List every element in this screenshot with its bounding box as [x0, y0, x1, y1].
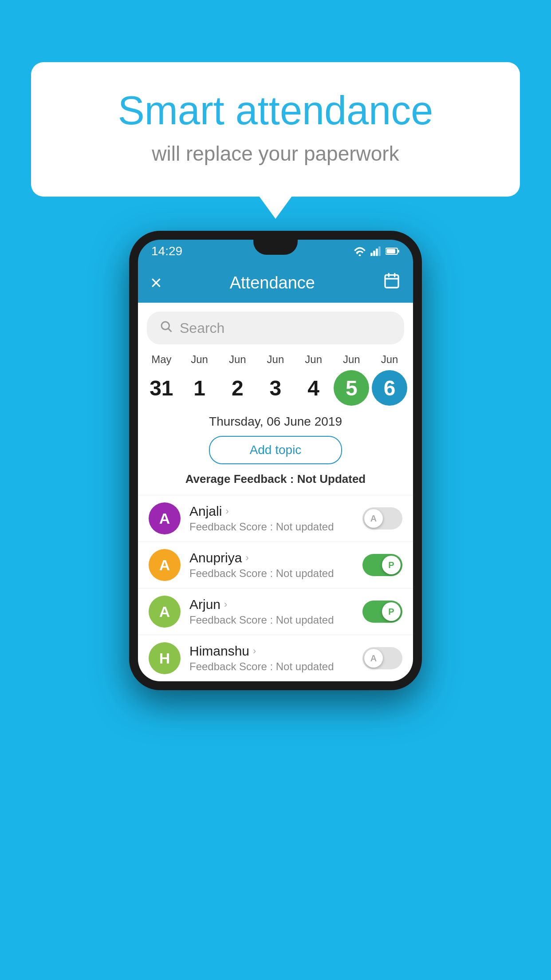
toggle-knob: P: [382, 556, 401, 574]
avatar: A: [149, 502, 181, 534]
student-info: Anjali ›Feedback Score : Not updated: [189, 504, 354, 533]
close-button[interactable]: ×: [150, 272, 162, 294]
screen-content: Search May31Jun1Jun2Jun3Jun4Jun5Jun6 Thu…: [138, 303, 413, 681]
student-feedback: Feedback Score : Not updated: [189, 521, 354, 533]
avg-feedback-value: Not Updated: [297, 472, 366, 486]
student-list: AAnjali ›Feedback Score : Not updatedAAA…: [138, 495, 413, 681]
date-month: Jun: [305, 353, 322, 366]
student-info: Arjun ›Feedback Score : Not updated: [189, 597, 354, 626]
toggle-knob: A: [364, 509, 383, 528]
attendance-toggle[interactable]: P: [362, 554, 402, 576]
search-placeholder: Search: [180, 320, 224, 336]
battery-icon: [386, 247, 400, 256]
date-col[interactable]: Jun2: [220, 353, 255, 406]
svg-rect-6: [398, 250, 399, 253]
avatar: A: [149, 596, 181, 628]
student-feedback: Feedback Score : Not updated: [189, 660, 354, 673]
date-number[interactable]: 3: [258, 370, 293, 406]
date-number[interactable]: 5: [334, 370, 369, 406]
date-month: Jun: [191, 353, 208, 366]
bubble-subtitle: will replace your paperwork: [67, 142, 484, 166]
student-row[interactable]: AArjun ›Feedback Score : Not updatedP: [138, 588, 413, 635]
student-row[interactable]: HHimanshu ›Feedback Score : Not updatedA: [138, 635, 413, 681]
attendance-toggle[interactable]: P: [362, 601, 402, 623]
student-feedback: Feedback Score : Not updated: [189, 614, 354, 626]
avatar: A: [149, 549, 181, 581]
search-icon: [159, 320, 173, 336]
add-topic-button[interactable]: Add topic: [209, 436, 342, 464]
date-col[interactable]: Jun1: [182, 353, 217, 406]
svg-rect-1: [370, 253, 373, 256]
date-number[interactable]: 6: [372, 370, 407, 406]
chevron-icon: ›: [224, 599, 227, 610]
toggle-knob: P: [382, 602, 401, 621]
avg-feedback-label: Average Feedback :: [185, 472, 294, 486]
status-icons: [354, 246, 400, 256]
phone-mockup: 14:29: [129, 231, 422, 690]
svg-rect-7: [386, 249, 395, 253]
svg-rect-4: [378, 246, 381, 256]
svg-rect-3: [376, 249, 378, 256]
background: Smart attendance will replace your paper…: [0, 0, 551, 980]
chevron-icon: ›: [253, 645, 256, 657]
avg-feedback: Average Feedback : Not Updated: [138, 472, 413, 486]
speech-bubble-container: Smart attendance will replace your paper…: [31, 62, 520, 197]
chevron-icon: ›: [245, 552, 248, 564]
student-row[interactable]: AAnjali ›Feedback Score : Not updatedA: [138, 495, 413, 541]
signal-icon: [370, 246, 381, 256]
toggle-wrap[interactable]: P: [362, 601, 402, 623]
calendar-button[interactable]: [383, 272, 401, 294]
date-month: May: [151, 353, 171, 366]
notch: [253, 240, 298, 255]
date-month: Jun: [229, 353, 246, 366]
student-name: Anupriya ›: [189, 550, 354, 565]
date-row: May31Jun1Jun2Jun3Jun4Jun5Jun6: [138, 353, 413, 406]
date-month: Jun: [267, 353, 284, 366]
avatar: H: [149, 642, 181, 674]
student-info: Himanshu ›Feedback Score : Not updated: [189, 644, 354, 673]
date-number[interactable]: 31: [144, 370, 179, 406]
app-bar: × Attendance: [138, 263, 413, 303]
date-col[interactable]: May31: [144, 353, 179, 406]
status-time: 14:29: [151, 244, 182, 258]
date-col[interactable]: Jun3: [258, 353, 293, 406]
date-col[interactable]: Jun4: [296, 353, 331, 406]
date-col[interactable]: Jun6: [372, 353, 407, 406]
date-number[interactable]: 4: [296, 370, 331, 406]
bubble-title: Smart attendance: [67, 89, 484, 133]
phone-outer: 14:29: [129, 231, 422, 690]
student-feedback: Feedback Score : Not updated: [189, 567, 354, 580]
chevron-icon: ›: [225, 506, 228, 517]
student-row[interactable]: AAnupriya ›Feedback Score : Not updatedP: [138, 541, 413, 588]
attendance-toggle[interactable]: A: [362, 507, 402, 530]
selected-date-label: Thursday, 06 June 2019: [138, 415, 413, 429]
date-col[interactable]: Jun5: [334, 353, 369, 406]
date-number[interactable]: 2: [220, 370, 255, 406]
student-name: Arjun ›: [189, 597, 354, 612]
student-name: Himanshu ›: [189, 644, 354, 659]
svg-point-0: [359, 254, 361, 256]
date-number[interactable]: 1: [182, 370, 217, 406]
svg-rect-2: [373, 251, 375, 256]
toggle-wrap[interactable]: P: [362, 554, 402, 576]
student-info: Anupriya ›Feedback Score : Not updated: [189, 550, 354, 580]
toggle-wrap[interactable]: A: [362, 507, 402, 530]
status-bar: 14:29: [138, 240, 413, 263]
svg-line-13: [169, 329, 172, 332]
app-bar-title: Attendance: [230, 273, 315, 292]
speech-bubble: Smart attendance will replace your paper…: [31, 62, 520, 197]
svg-point-12: [161, 322, 169, 330]
date-month: Jun: [381, 353, 398, 366]
wifi-icon: [354, 246, 366, 256]
student-name: Anjali ›: [189, 504, 354, 519]
search-bar[interactable]: Search: [147, 312, 404, 344]
toggle-wrap[interactable]: A: [362, 647, 402, 669]
svg-rect-8: [385, 275, 398, 287]
attendance-toggle[interactable]: A: [362, 647, 402, 669]
toggle-knob: A: [364, 649, 383, 668]
calendar-icon: [383, 272, 401, 290]
date-month: Jun: [343, 353, 360, 366]
